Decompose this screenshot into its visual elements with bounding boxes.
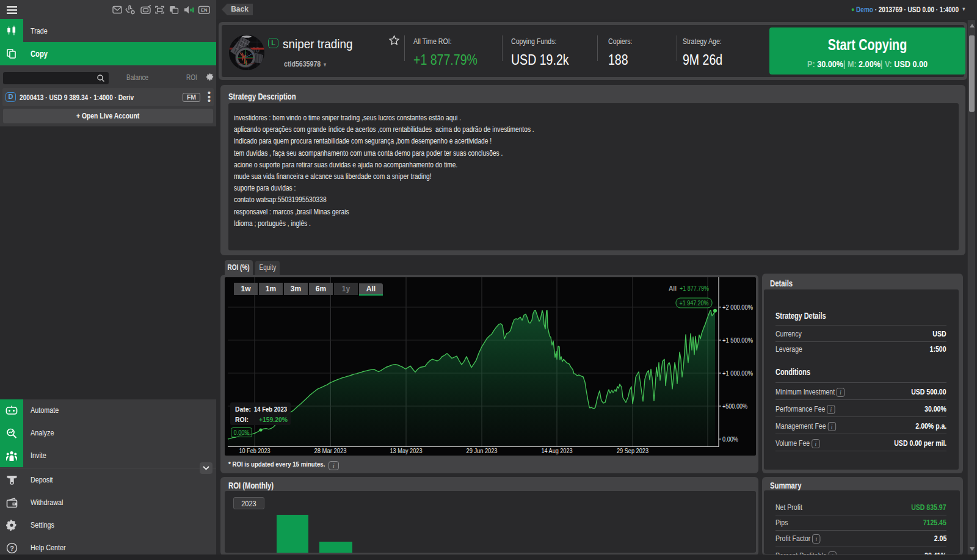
- svg-text:29 Jun 2023: 29 Jun 2023: [467, 447, 498, 454]
- svg-text:+500.00%: +500.00%: [722, 402, 747, 410]
- svg-text:0.00%: 0.00%: [722, 435, 738, 443]
- svg-text:29 Sep 2023: 29 Sep 2023: [617, 447, 648, 454]
- svg-text:EN: EN: [201, 7, 207, 13]
- svg-text:0.00%: 0.00%: [234, 429, 250, 436]
- svg-text:All: All: [669, 285, 677, 292]
- svg-text:+1 500.00%: +1 500.00%: [722, 336, 753, 344]
- svg-text:?: ?: [10, 545, 14, 552]
- svg-text:+1 877.79%: +1 877.79%: [680, 285, 709, 292]
- svg-text:14 Aug 2023: 14 Aug 2023: [542, 447, 573, 454]
- svg-text:ROI:: ROI:: [235, 416, 249, 423]
- svg-text:+159.20%: +159.20%: [259, 416, 288, 423]
- svg-text:Date:: Date:: [235, 405, 251, 413]
- svg-text:+1 000.00%: +1 000.00%: [722, 369, 753, 377]
- svg-text:+1 947.20%: +1 947.20%: [680, 299, 709, 307]
- svg-text:10 Feb 2023: 10 Feb 2023: [239, 447, 271, 454]
- svg-text:13 May 2023: 13 May 2023: [390, 447, 423, 454]
- svg-text:+2 000.00%: +2 000.00%: [722, 304, 753, 311]
- svg-text:14 Feb 2023: 14 Feb 2023: [254, 405, 287, 413]
- svg-text:28 Mar 2023: 28 Mar 2023: [314, 447, 347, 454]
